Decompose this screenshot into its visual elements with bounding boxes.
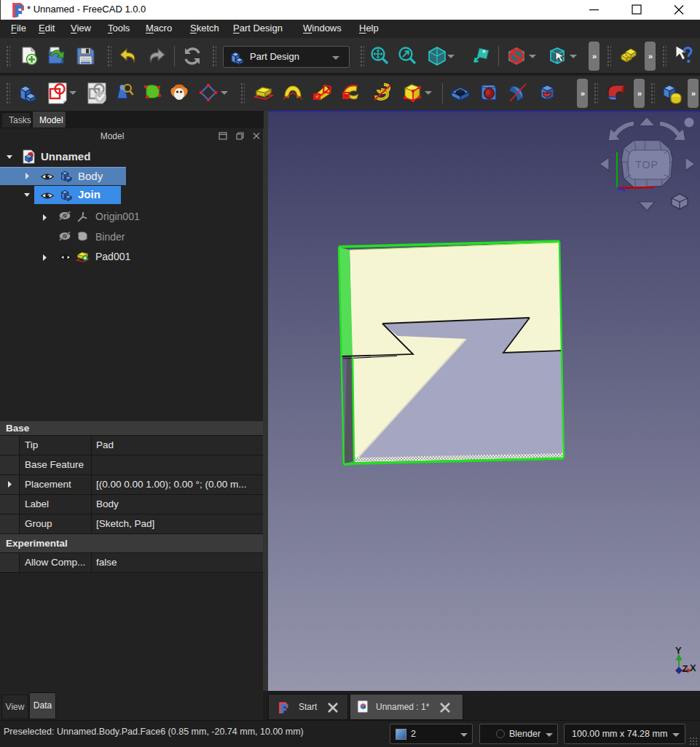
svg-text:X: X xyxy=(690,662,696,673)
svg-text:TOP: TOP xyxy=(635,159,658,171)
svg-text:Y: Y xyxy=(675,645,682,656)
svg-text:Z: Z xyxy=(683,663,688,674)
svg-text:LEFT: LEFT xyxy=(626,160,630,171)
